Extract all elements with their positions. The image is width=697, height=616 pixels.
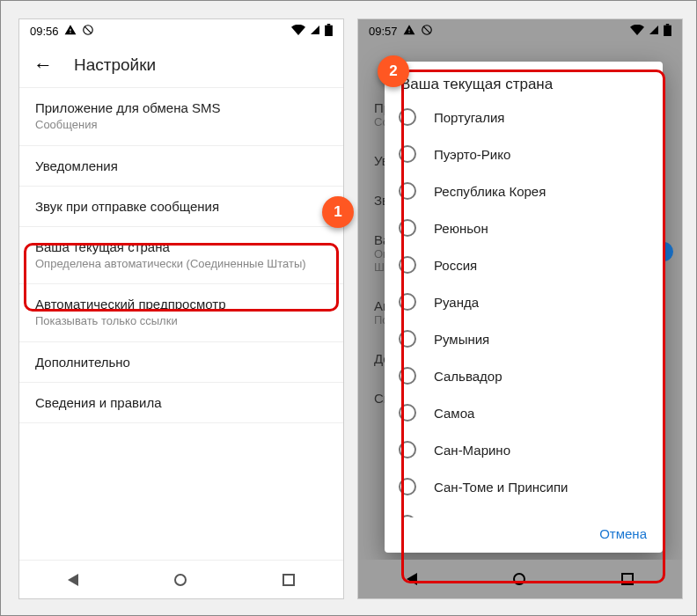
list-item-auto-preview[interactable]: Автоматический предпросмотр Показывать т…: [19, 284, 343, 342]
list-title: Сведения и правила: [35, 395, 327, 410]
nav-back-icon[interactable]: [68, 574, 78, 586]
svg-line-1: [84, 26, 91, 33]
clock: 09:57: [369, 25, 398, 38]
phone-right: 09:57 При Соо Уве Зву В: [357, 18, 683, 599]
navbar: [358, 560, 682, 598]
country-option[interactable]: Сан-Томе и Принсипи: [385, 468, 663, 505]
country-option[interactable]: Пуэрто-Рико: [385, 136, 663, 172]
nav-recent-icon[interactable]: [282, 574, 295, 586]
list-title: Звук при отправке сообщения: [35, 199, 327, 214]
battery-icon: [325, 24, 333, 39]
list-title: Приложение для обмена SMS: [35, 100, 327, 115]
wifi-icon: [291, 25, 305, 38]
radio-icon: [399, 182, 416, 200]
appbar-title: Настройки: [74, 55, 156, 75]
dialog-actions: Отмена: [385, 517, 663, 553]
list-title: Автоматический предпросмотр: [35, 297, 327, 312]
country-dialog: Ваша текущая страна Португалия Пуэрто-Ри…: [385, 62, 663, 553]
svg-line-5: [422, 26, 429, 33]
list-item-send-sound[interactable]: Звук при отправке сообщения: [19, 187, 343, 227]
svg-rect-7: [666, 24, 670, 26]
list-sub: Сообщения: [35, 117, 327, 133]
country-option[interactable]: Сан-Марино: [385, 431, 663, 468]
radio-icon: [399, 145, 416, 163]
country-option[interactable]: Сальвадор: [385, 357, 663, 394]
nav-home-icon[interactable]: [174, 574, 187, 586]
nav-home-icon[interactable]: [513, 573, 525, 585]
cancel-button[interactable]: Отмена: [599, 526, 647, 541]
country-option[interactable]: Руанда: [385, 283, 663, 320]
radio-icon: [399, 330, 416, 348]
list-item-sms-app[interactable]: Приложение для обмена SMS Сообщения: [19, 88, 343, 146]
phone-left: 09:56 ← Настройки Приложение для обмена: [18, 18, 344, 599]
country-option[interactable]: Румыния: [385, 320, 663, 357]
warning-icon: [403, 24, 415, 39]
cellular-icon: [309, 25, 321, 38]
cellular-icon: [648, 25, 660, 38]
svg-rect-6: [664, 25, 671, 35]
radio-icon: [399, 404, 416, 422]
radio-icon: [399, 256, 416, 274]
battery-icon: [664, 24, 671, 39]
list-title: Дополнительно: [35, 355, 327, 370]
radio-icon: [399, 367, 416, 385]
navbar: [19, 560, 343, 598]
country-option[interactable]: Россия: [385, 246, 663, 283]
clock: 09:56: [30, 25, 59, 38]
country-option[interactable]: Саудовская Аравия: [385, 505, 663, 517]
do-not-disturb-icon: [82, 24, 94, 39]
country-option[interactable]: Реюньон: [385, 209, 663, 246]
statusbar: 09:57: [358, 19, 682, 42]
radio-icon: [399, 293, 416, 311]
do-not-disturb-icon: [421, 24, 433, 39]
list-sub: Показывать только ссылки: [35, 313, 327, 329]
radio-icon: [399, 219, 416, 237]
list-sub: Определена автоматически (Соединенные Шт…: [35, 256, 327, 272]
list-item-advanced[interactable]: Дополнительно: [19, 342, 343, 383]
radio-icon: [399, 478, 416, 495]
list-item-notifications[interactable]: Уведомления: [19, 146, 343, 187]
statusbar: 09:56: [19, 19, 343, 42]
country-option[interactable]: Самоа: [385, 394, 663, 431]
country-option[interactable]: Республика Корея: [385, 172, 663, 209]
list-title: Уведомления: [35, 158, 327, 173]
appbar: ← Настройки: [19, 42, 343, 88]
list-title: Ваша текущая страна: [35, 239, 327, 254]
annotation-marker-2: 2: [378, 55, 409, 87]
settings-list: Приложение для обмена SMS Сообщения Увед…: [19, 88, 343, 423]
svg-rect-3: [327, 24, 331, 26]
list-item-about[interactable]: Сведения и правила: [19, 383, 343, 423]
annotation-marker-1: 1: [322, 196, 354, 228]
radio-icon: [399, 441, 416, 458]
nav-back-icon[interactable]: [407, 573, 417, 585]
country-option[interactable]: Португалия: [385, 99, 663, 136]
svg-rect-2: [325, 25, 333, 35]
wifi-icon: [630, 25, 644, 38]
list-item-country[interactable]: Ваша текущая страна Определена автоматич…: [19, 227, 343, 285]
warning-icon: [64, 24, 77, 39]
radio-icon: [399, 108, 416, 126]
nav-recent-icon[interactable]: [621, 573, 634, 585]
country-list[interactable]: Португалия Пуэрто-Рико Республика Корея …: [385, 99, 663, 517]
dialog-title: Ваша текущая страна: [385, 62, 663, 99]
back-arrow-icon[interactable]: ←: [33, 54, 53, 77]
